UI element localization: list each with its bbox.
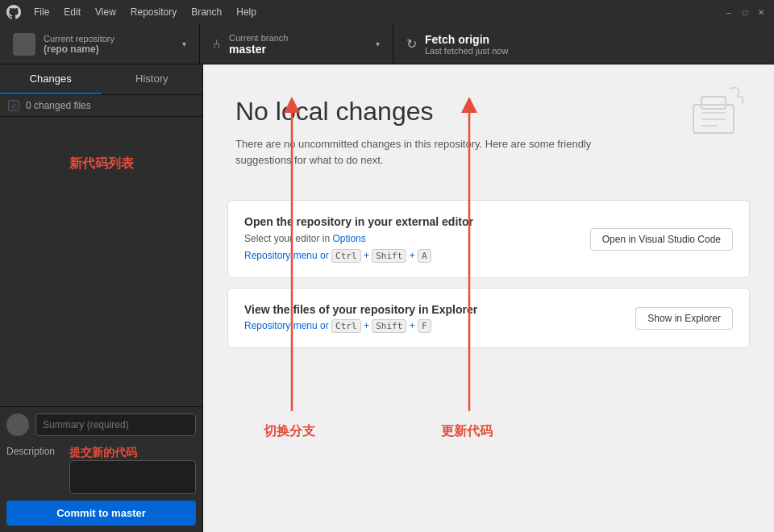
repo-avatar [13, 33, 35, 56]
user-avatar [6, 414, 29, 436]
current-repo-text: Current repository (repo name) [44, 34, 114, 55]
open-editor-title: Open the repository in your external edi… [244, 215, 577, 228]
minimize-button[interactable]: – [722, 6, 735, 19]
a-key: A [418, 249, 431, 263]
window-controls: – □ ✕ [722, 6, 768, 19]
open-editor-desc-prefix: Select your editor in [244, 233, 332, 244]
fetch-text: Fetch origin Last fetched just now [425, 33, 508, 56]
current-branch-label: Current branch [229, 33, 288, 43]
show-explorer-button[interactable]: Show in Explorer [635, 307, 733, 330]
menu-branch[interactable]: Branch [185, 5, 228, 19]
options-link[interactable]: Options [332, 233, 365, 244]
current-repo-label: Current repository [44, 34, 114, 44]
branch-icon: ⑃ [213, 37, 221, 52]
svg-text:更新代码: 更新代码 [440, 423, 493, 438]
summary-row [6, 414, 196, 436]
show-explorer-title: View the files of your repository in Exp… [244, 303, 622, 316]
title-bar-left: File Edit View Repository Branch Help [6, 5, 263, 19]
tab-changes[interactable]: Changes [0, 64, 102, 94]
fetch-origin-button[interactable]: ↻ Fetch origin Last fetched just now [393, 24, 774, 64]
open-editor-shortcut: Repository menu or Ctrl + Shift + A [244, 249, 577, 263]
fetch-sub: Last fetched just now [425, 46, 508, 56]
shortcut-prefix-2: Repository menu or [244, 320, 331, 331]
menu-file[interactable]: File [27, 5, 56, 19]
menu-edit[interactable]: Edit [57, 5, 87, 19]
changed-files-list: 新代码列表 [0, 117, 202, 406]
select-all-checkbox[interactable]: ✓ [8, 100, 19, 111]
commit-area: Description 提交新的代码 Commit to master [0, 406, 202, 532]
description-label: Description [6, 441, 63, 457]
menu-repository[interactable]: Repository [124, 5, 183, 19]
open-vscode-button[interactable]: Open in Visual Studio Code [590, 228, 733, 251]
shift-key-1: Shift [372, 249, 406, 263]
open-editor-card-left: Open the repository in your external edi… [244, 215, 577, 263]
open-editor-card: Open the repository in your external edi… [227, 200, 750, 278]
changed-files-bar: ✓ 0 changed files [0, 95, 202, 117]
branch-caret-icon: ▾ [376, 39, 380, 48]
show-explorer-card: View the files of your repository in Exp… [227, 288, 750, 348]
tab-history[interactable]: History [102, 64, 203, 94]
description-annotation: 提交新的代码 [69, 441, 196, 460]
restore-button[interactable]: □ [739, 6, 751, 19]
commit-button[interactable]: Commit to master [6, 501, 196, 526]
svg-rect-1 [701, 97, 726, 109]
fetch-icon: ↻ [406, 36, 417, 52]
svg-text:切换分支: 切换分支 [263, 424, 316, 438]
description-row: Description 提交新的代码 [6, 441, 196, 494]
ctrl-key-2: Ctrl [331, 319, 361, 333]
fetch-label: Fetch origin [425, 33, 508, 46]
menu-view[interactable]: View [89, 5, 123, 19]
no-changes-desc: There are no uncommitted changes in this… [235, 136, 598, 168]
description-input[interactable] [69, 460, 196, 494]
main-layout: Changes History ✓ 0 changed files 新代码列表 … [0, 64, 774, 532]
show-explorer-card-left: View the files of your repository in Exp… [244, 303, 622, 333]
menu-bar[interactable]: File Edit View Repository Branch Help [27, 5, 263, 19]
f-key: F [418, 319, 431, 333]
current-branch-text: Current branch master [229, 33, 288, 56]
shortcut-prefix-1: Repository menu or [244, 250, 331, 261]
summary-input[interactable] [35, 414, 196, 436]
no-changes-title: No local changes [235, 97, 742, 127]
close-button[interactable]: ✕ [755, 6, 768, 19]
menu-help[interactable]: Help [230, 5, 263, 19]
title-bar: File Edit View Repository Branch Help – … [0, 0, 774, 24]
sidebar-tabs: Changes History [0, 64, 202, 95]
show-explorer-shortcut: Repository menu or Ctrl + Shift + F [244, 319, 622, 333]
toolbar: Current repository (repo name) ▾ ⑃ Curre… [0, 24, 774, 64]
current-repo-button[interactable]: Current repository (repo name) ▾ [0, 24, 200, 64]
shift-key-2: Shift [372, 319, 406, 333]
current-repo-value: (repo name) [44, 44, 114, 55]
current-branch-value: master [229, 43, 288, 56]
main-content: No local changes There are no uncommitte… [203, 64, 774, 532]
code-list-annotation: 新代码列表 [6, 156, 196, 172]
github-logo-icon [6, 5, 21, 19]
open-editor-desc: Select your editor in Options [244, 231, 577, 246]
checkmark-icon: ✓ [10, 102, 17, 110]
ctrl-key-1: Ctrl [331, 249, 361, 263]
cards-area: Open the repository in your external edi… [203, 184, 774, 364]
illustration [685, 81, 750, 145]
changed-files-count: 0 changed files [26, 100, 91, 111]
sidebar: Changes History ✓ 0 changed files 新代码列表 … [0, 64, 203, 532]
repo-caret-icon: ▾ [182, 39, 186, 48]
current-branch-button[interactable]: ⑃ Current branch master ▾ [200, 24, 393, 64]
